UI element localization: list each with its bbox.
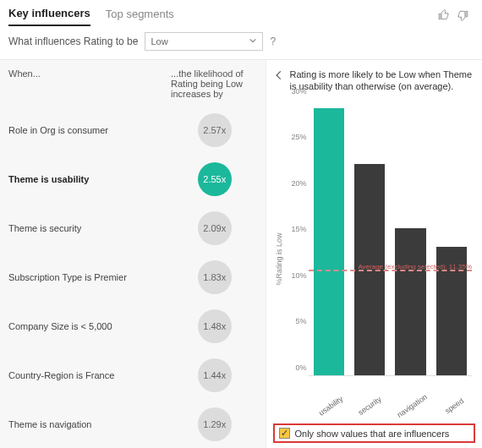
influencer-factor-badge: 1.48x — [198, 309, 232, 343]
y-tick-label: 30% — [287, 87, 307, 96]
influencer-factor-badge: 1.44x — [198, 358, 232, 392]
influencer-row[interactable]: Theme is navigation1.29x — [8, 400, 259, 448]
x-tick-label: security — [355, 394, 384, 418]
influencer-label: Theme is security — [8, 223, 171, 233]
question-prefix: What influences Rating to be — [8, 36, 138, 47]
chart-bar — [354, 164, 385, 375]
rating-value-dropdown[interactable]: Low — [145, 32, 263, 51]
chart-bar — [314, 108, 344, 375]
y-tick-label: 20% — [287, 179, 307, 188]
influencer-row[interactable]: Country-Region is France1.44x — [8, 351, 259, 400]
y-tick-label: 15% — [287, 225, 307, 233]
influencer-bar-chart: %Rating is Low usabilitysecuritynavigati… — [273, 100, 476, 418]
influencer-factor-badge: 1.83x — [198, 260, 232, 294]
influencer-row[interactable]: Role in Org is consumer2.57x — [8, 106, 259, 155]
detail-headline: Rating is more likely to be Low when The… — [290, 68, 476, 93]
influencer-label: Country-Region is France — [8, 370, 171, 380]
tab-top-segments[interactable]: Top segments — [106, 8, 174, 25]
y-tick-label: 5% — [287, 317, 307, 325]
chart-bar — [436, 247, 467, 375]
influencer-row[interactable]: Company Size is < 5,0001.48x — [8, 302, 259, 351]
chevron-down-icon — [249, 36, 257, 46]
y-axis-label: %Rating is Low — [273, 100, 285, 418]
influencer-label: Subscription Type is Premier — [8, 272, 171, 282]
influencer-label: Theme is usability — [8, 174, 171, 184]
back-arrow-icon[interactable] — [273, 68, 285, 84]
thumbs-down-icon[interactable] — [457, 9, 468, 24]
question-mark: ? — [270, 36, 276, 47]
tab-key-influencers[interactable]: Key influencers — [8, 7, 90, 26]
x-tick-label: navigation — [396, 392, 429, 419]
x-tick-label: speed — [440, 394, 468, 418]
influencer-row[interactable]: Theme is security2.09x — [8, 204, 259, 253]
column-header-likelihood: ...the likelihood of Rating being Low in… — [171, 68, 258, 99]
influencer-factor-badge: 2.57x — [198, 113, 232, 147]
only-influencers-label: Only show values that are influencers — [295, 429, 450, 439]
only-influencers-checkbox[interactable]: ✓ — [279, 428, 290, 439]
thumbs-up-icon[interactable] — [438, 9, 450, 24]
column-header-when: When... — [8, 68, 171, 99]
y-tick-label: 25% — [287, 133, 307, 141]
influencer-label: Company Size is < 5,000 — [8, 321, 171, 331]
x-tick-label: usability — [316, 394, 345, 418]
dropdown-selected-value: Low — [151, 36, 167, 46]
chart-bar — [395, 228, 425, 375]
influencer-label: Theme is navigation — [8, 419, 171, 429]
influencer-row[interactable]: Subscription Type is Premier1.83x — [8, 253, 259, 302]
influencer-row[interactable]: Theme is usability2.55x — [8, 155, 259, 204]
y-tick-label: 0% — [287, 363, 307, 372]
only-influencers-callout: ✓ Only show values that are influencers — [273, 423, 476, 443]
influencer-factor-badge: 2.09x — [198, 211, 232, 245]
y-tick-label: 10% — [287, 271, 307, 280]
influencer-factor-badge: 1.29x — [198, 407, 232, 441]
influencer-label: Role in Org is consumer — [8, 125, 171, 135]
influencer-factor-badge: 2.55x — [198, 162, 232, 196]
